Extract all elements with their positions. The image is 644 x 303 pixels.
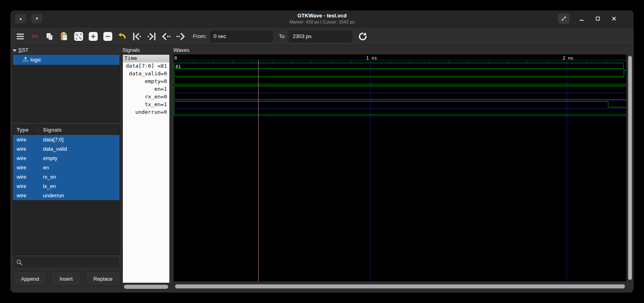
go-to-start-button[interactable] bbox=[130, 30, 144, 43]
signal-name-row[interactable]: data[7:0] =81 bbox=[123, 62, 169, 70]
tree-item-label: logic bbox=[30, 57, 41, 63]
cut-button[interactable]: ✂ bbox=[28, 30, 42, 43]
bit-transition bbox=[174, 70, 174, 77]
maximize-button[interactable] bbox=[592, 13, 603, 24]
fetch-right-icon bbox=[175, 32, 186, 41]
wave-lane-empty bbox=[174, 78, 626, 85]
cut-icon: ✂ bbox=[32, 32, 39, 41]
bit-trace bbox=[608, 107, 626, 107]
signal-name-row[interactable]: rx_en=0 bbox=[123, 93, 169, 101]
paste-icon bbox=[60, 32, 68, 41]
time-header[interactable]: Time bbox=[123, 55, 169, 62]
zoom-in-button[interactable] bbox=[86, 30, 101, 43]
zoom-in-icon bbox=[89, 32, 98, 41]
tree-item-logic[interactable]: logic bbox=[13, 55, 120, 65]
bit-trace bbox=[174, 76, 624, 77]
replace-button[interactable]: Replace bbox=[85, 271, 121, 286]
waves-horizontal-scrollbar[interactable] bbox=[174, 284, 626, 289]
bus-segment: 81 bbox=[174, 63, 624, 69]
bit-transition bbox=[608, 101, 608, 107]
bit-transition bbox=[174, 109, 174, 115]
timeline-label: 1 ns bbox=[366, 55, 377, 61]
fullscreen-button[interactable] bbox=[558, 13, 569, 24]
sst-expander-icon[interactable] bbox=[13, 49, 17, 52]
table-row-data[7:0][interactable]: wiredata[7:0] bbox=[13, 135, 120, 144]
signal-names-panel[interactable]: Time data[7:0] =81data_valid=0empty=0en=… bbox=[122, 54, 170, 283]
minimize-button[interactable] bbox=[576, 13, 587, 24]
cell-type: wire bbox=[13, 192, 38, 198]
undo-icon bbox=[118, 32, 127, 41]
zoom-fit-button[interactable] bbox=[71, 30, 86, 43]
go-to-end-button[interactable] bbox=[144, 30, 159, 43]
cell-type: wire bbox=[13, 183, 38, 189]
signal-search-box[interactable] bbox=[13, 256, 120, 269]
from-input[interactable] bbox=[209, 30, 274, 43]
signal-table-header: Type Signals bbox=[13, 125, 120, 135]
cell-type: wire bbox=[13, 164, 38, 171]
wave-lane-tx_en bbox=[174, 101, 626, 109]
bit-transition bbox=[174, 78, 174, 84]
go-to-end-icon bbox=[146, 32, 157, 41]
undo-button[interactable] bbox=[115, 30, 130, 43]
signal-name-row[interactable]: en=1 bbox=[123, 85, 169, 93]
bit-transition bbox=[174, 94, 174, 100]
cell-name: empty bbox=[38, 155, 57, 161]
bit-trace bbox=[174, 101, 608, 102]
cell-name: underrun bbox=[38, 192, 64, 198]
window-title: GTKWave - test.vcd bbox=[11, 13, 633, 19]
signal-name-row[interactable]: data_valid=0 bbox=[123, 70, 169, 78]
signal-name-row[interactable]: underrun=0 bbox=[123, 109, 169, 116]
cell-name: en bbox=[38, 164, 49, 171]
paste-button[interactable] bbox=[57, 30, 71, 43]
cell-type: wire bbox=[13, 146, 38, 152]
waves-vertical-scrollbar[interactable] bbox=[628, 55, 632, 281]
insert-button[interactable]: Insert bbox=[51, 271, 81, 286]
timeline-label: 2 ns bbox=[563, 55, 573, 61]
append-button[interactable]: Append bbox=[13, 271, 47, 286]
reload-icon bbox=[358, 32, 367, 41]
titlebar[interactable]: ▲ ▼ GTKWave - test.vcd Marker: 430 ps | … bbox=[11, 11, 633, 27]
table-row-empty[interactable]: wireempty bbox=[13, 154, 120, 163]
copy-button[interactable] bbox=[42, 30, 57, 43]
copy-icon bbox=[45, 32, 53, 41]
table-row-rx_en[interactable]: wirerx_en bbox=[13, 172, 120, 181]
signal-name-row[interactable]: tx_en=1 bbox=[123, 101, 169, 109]
to-label: To: bbox=[279, 33, 286, 39]
wave-canvas[interactable]: 01 ns2 ns81 bbox=[173, 54, 627, 282]
table-row-data_valid[interactable]: wiredata_valid bbox=[13, 144, 120, 154]
menu-button[interactable] bbox=[13, 30, 28, 43]
hierarchy-icon bbox=[23, 57, 28, 62]
table-row-en[interactable]: wireen bbox=[13, 163, 120, 172]
bus-value: 81 bbox=[175, 64, 181, 69]
waves-panel-label: Waves bbox=[173, 47, 189, 53]
fetch-left-button[interactable] bbox=[159, 30, 173, 43]
table-row-tx_en[interactable]: wiretx_en bbox=[13, 181, 120, 191]
signals-panel-label: Signals bbox=[122, 47, 140, 53]
sst-tree-panel[interactable]: logic bbox=[13, 54, 120, 122]
zoom-out-button[interactable] bbox=[101, 30, 115, 43]
marker-line bbox=[258, 60, 259, 281]
reload-button[interactable] bbox=[355, 30, 370, 43]
maximize-icon bbox=[595, 16, 601, 21]
cell-type: wire bbox=[13, 137, 38, 143]
signals-horizontal-scrollbar[interactable] bbox=[123, 284, 169, 289]
table-row-underrun[interactable]: wireunderrun bbox=[13, 191, 120, 200]
timeline-baseline bbox=[174, 60, 626, 60]
close-icon bbox=[611, 16, 617, 21]
signal-name-row[interactable]: empty=0 bbox=[123, 78, 169, 85]
wave-lane-en bbox=[174, 85, 626, 93]
marker-cursor-status: Marker: 430 ps | Cursor: 1542 ps bbox=[11, 19, 633, 24]
sst-header[interactable]: SST bbox=[13, 47, 28, 53]
wave-lane-underrun bbox=[174, 109, 626, 116]
fetch-right-button[interactable] bbox=[173, 30, 188, 43]
to-input[interactable] bbox=[288, 30, 353, 43]
bit-trace bbox=[174, 115, 626, 115]
timeline-label: 0 bbox=[174, 55, 177, 61]
close-button[interactable] bbox=[608, 13, 620, 24]
menu-icon bbox=[16, 33, 24, 40]
cell-type: wire bbox=[13, 155, 38, 161]
wave-lane-rx_en bbox=[174, 93, 626, 101]
cell-name: data[7:0] bbox=[38, 137, 64, 143]
column-signals: Signals bbox=[38, 127, 62, 133]
go-to-start-icon bbox=[132, 32, 142, 41]
